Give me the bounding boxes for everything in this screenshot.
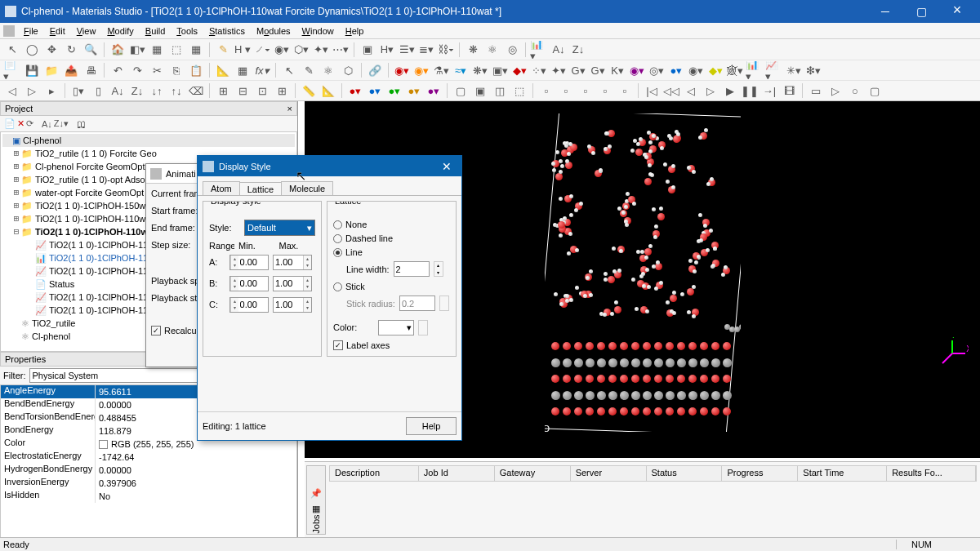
grid2-icon[interactable]: ⊟ [234,82,252,100]
measure-icon[interactable]: 📐 [214,61,232,79]
job-col[interactable]: Job Id [419,466,495,481]
play-icon[interactable]: ▸ [42,82,60,100]
menu-help[interactable]: Help [340,24,370,38]
draw-icon[interactable]: ✎ [300,61,318,79]
property-row[interactable]: IsHiddenNo [1,490,296,503]
dot-b-icon[interactable]: ●▾ [366,82,384,100]
job-col[interactable]: Progress [722,466,798,481]
win2-icon[interactable]: ▯ [89,82,107,100]
sq3-icon[interactable]: ▫ [577,82,595,100]
mol1-icon[interactable]: ❋ [464,41,482,59]
sort-desc-icon[interactable]: Z↓ [569,41,587,59]
last-icon[interactable]: →| [760,82,778,100]
red-tool-icon[interactable]: ◉▾ [393,61,411,79]
g-icon[interactable]: G▾ [569,61,587,79]
job-col[interactable]: Server [571,466,647,481]
yellow-icon[interactable]: ◆▾ [706,61,724,79]
circle-icon[interactable]: ◎▾ [648,61,666,79]
grid3-icon[interactable]: ⊡ [253,82,271,100]
hkl-icon[interactable]: H▾ [378,41,396,59]
menu-window[interactable]: Window [296,24,340,38]
job-col[interactable]: Description [330,466,419,481]
cube-icon[interactable]: ▣ [359,41,376,59]
network-icon[interactable]: 🕸▾ [726,61,744,79]
range-max-input[interactable]: ▴▾ [273,276,312,291]
paste-icon[interactable]: 📋 [187,61,205,79]
tree-item[interactable]: TiO2_rutile (1 1 0) Forcite Geo [35,147,157,160]
tree-item[interactable]: TiO2_rutile (1 1 0)-opt Adsorp [35,173,154,186]
refresh-icon[interactable]: ⟳ [26,118,33,129]
panel-close-icon[interactable]: × [287,104,292,113]
tree-child[interactable]: TiO2(1 1 0)-1ClPhOH-110 [49,238,153,251]
chart-icon[interactable]: 📊▾ [530,41,548,59]
move-icon[interactable]: ✥ [42,41,60,59]
new-doc-icon[interactable]: 📄 [4,118,16,129]
rbox-icon[interactable]: ▭ [807,82,825,100]
ruler-icon[interactable]: 📏 [300,82,318,100]
tree-item[interactable]: Cl-phenol Forcite GeomOpt [35,160,145,173]
pause-icon[interactable]: ❚❚ [741,82,759,100]
grid4-icon[interactable]: ⊞ [273,82,291,100]
group-icon[interactable]: ◉▾ [687,61,705,79]
cursor2-icon[interactable]: ↖ [280,61,298,79]
wave-icon[interactable]: ≈▾ [452,61,470,79]
bond-icon[interactable]: ⟋▾ [253,41,271,59]
list-icon[interactable]: ▦ [312,504,320,514]
job-col[interactable]: Results Fo... [887,466,976,481]
tree-tail-item[interactable]: Cl-phenol [32,330,70,343]
spark-icon[interactable]: ❇▾ [804,61,822,79]
job-side-tab[interactable]: 📌 ▦ Jobs [306,465,326,535]
dot-r-icon[interactable]: ●▾ [346,82,364,100]
fwd-icon[interactable]: ▷ [23,82,41,100]
box4-icon[interactable]: ⬚ [510,82,528,100]
tree-root[interactable]: Cl-phenol [23,134,61,147]
range-min-input[interactable]: ▴▾ [229,276,269,291]
prev-icon[interactable]: ◁◁ [662,82,680,100]
color-select[interactable]: ▾ [378,320,414,335]
connect-icon[interactable]: 🔗 [366,61,384,79]
cube2-icon[interactable]: ▣▾ [491,61,509,79]
pointer-icon[interactable]: ↖ [3,41,21,59]
job-col[interactable]: Gateway [495,466,571,481]
dot-g-icon[interactable]: ●▾ [385,82,403,100]
mol2-icon[interactable]: ⚛ [483,41,501,59]
element-icon[interactable]: ◉▾ [273,41,291,59]
win1-icon[interactable]: ▯▾ [69,82,87,100]
home-icon[interactable]: 🏠 [109,41,127,59]
red2-icon[interactable]: ◆▾ [510,61,528,79]
stick-radius-input[interactable] [399,295,435,311]
grid1-icon[interactable]: ⊞ [214,82,232,100]
more-icon[interactable]: ⋯▾ [332,41,350,59]
style-select[interactable]: Default▾ [244,220,315,236]
radio-line[interactable]: Line [333,247,450,257]
range-min-input[interactable]: ▴▾ [229,255,269,270]
grid-icon[interactable]: ▦ [187,41,205,59]
sq1-icon[interactable]: ▫ [537,82,555,100]
menu-file[interactable]: File [18,24,44,38]
frame-icon[interactable]: ⬚ [167,41,185,59]
tree-item[interactable]: TiO2(1 1 0)-1ClPhOH-150wat [35,199,153,212]
print-icon[interactable]: 🖶 [82,61,100,79]
radio-stick[interactable]: Stick [333,282,450,291]
new-icon[interactable]: 📄▾ [3,61,21,79]
property-row[interactable]: ElectrostaticEnergy-1742.64 [1,451,296,464]
del-icon[interactable]: ⌫ [187,82,205,100]
mol3-icon[interactable]: ◎ [503,41,521,59]
sq2-icon[interactable]: ▫ [557,82,575,100]
sort-a-icon[interactable]: A↓ [42,119,52,129]
chain-icon[interactable]: ⛓▾ [437,41,455,59]
pin-icon[interactable]: 📌 [310,488,322,499]
dialog-close-button[interactable]: ✕ [437,160,457,173]
maximize-button[interactable]: ▢ [903,5,939,18]
sqend-icon[interactable]: ▢ [866,82,884,100]
fwd2-icon[interactable]: ▷ [702,82,719,100]
bookmark-icon[interactable]: 🕮 [77,119,86,129]
radio-dashed-line[interactable]: Dashed line [333,233,450,243]
property-row[interactable]: InversionEnergy0.397906 [1,477,296,490]
sq4-icon[interactable]: ▫ [596,82,614,100]
circ-icon[interactable]: ○ [846,82,864,100]
dots-icon[interactable]: ⁘▾ [530,61,548,79]
sort-asc-icon[interactable]: A↓ [550,41,568,59]
label-axes-checkbox[interactable]: ✓Label axes [333,340,450,350]
flask-icon[interactable]: ⚗▾ [432,61,450,79]
